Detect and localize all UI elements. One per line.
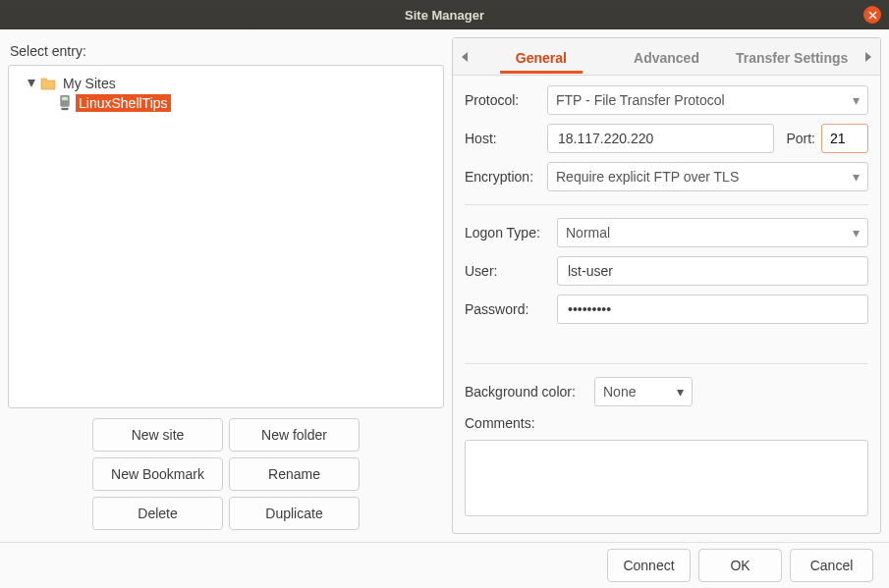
window-title: Site Manager: [405, 8, 484, 23]
password-field[interactable]: [566, 300, 860, 318]
close-icon: [868, 11, 877, 20]
cancel-button[interactable]: Cancel: [790, 549, 873, 582]
chevron-left-icon: [462, 52, 470, 62]
svg-rect-5: [62, 108, 69, 110]
comments-label: Comments:: [465, 415, 868, 431]
tree-caret[interactable]: [27, 80, 36, 87]
encryption-select[interactable]: Require explicit FTP over TLS ▾: [547, 162, 868, 191]
main-content: Select entry: My Sites LinuxShellTips Ne…: [0, 29, 889, 542]
encryption-label: Encryption:: [465, 169, 541, 185]
separator: [465, 363, 868, 364]
duplicate-button[interactable]: Duplicate: [229, 497, 360, 530]
new-site-button[interactable]: New site: [92, 418, 223, 452]
bgcolor-label: Background color:: [465, 384, 588, 400]
svg-rect-4: [62, 97, 68, 100]
svg-marker-2: [28, 80, 35, 87]
password-input[interactable]: [557, 294, 868, 324]
comments-textarea[interactable]: [465, 440, 868, 516]
logon-label: Logon Type:: [465, 225, 551, 241]
user-input[interactable]: [557, 256, 868, 286]
tree-folder-row[interactable]: My Sites: [17, 74, 435, 93]
protocol-select[interactable]: FTP - File Transfer Protocol ▾: [547, 85, 868, 115]
user-label: User:: [465, 263, 551, 279]
port-input[interactable]: [821, 124, 868, 153]
general-form: Protocol: FTP - File Transfer Protocol ▾…: [453, 76, 880, 526]
dialog-footer: Connect OK Cancel: [0, 542, 889, 588]
port-label: Port:: [780, 131, 815, 146]
right-pane: General Advanced Transfer Settings Proto…: [452, 37, 881, 534]
close-button[interactable]: [863, 6, 881, 24]
logon-value: Normal: [566, 225, 610, 241]
select-entry-label: Select entry:: [8, 37, 444, 65]
separator: [465, 204, 868, 205]
chevron-down-icon: [28, 80, 35, 87]
server-icon: [58, 96, 72, 110]
chevron-down-icon: ▾: [853, 169, 860, 185]
protocol-value: FTP - File Transfer Protocol: [556, 92, 725, 108]
tree-folder-label: My Sites: [60, 75, 119, 92]
new-folder-button[interactable]: New folder: [229, 418, 360, 452]
tree-site-row[interactable]: LinuxShellTips: [17, 93, 435, 113]
host-input[interactable]: [547, 124, 774, 153]
host-label: Host:: [465, 131, 541, 146]
site-tree[interactable]: My Sites LinuxShellTips: [8, 65, 444, 408]
chevron-down-icon: ▾: [853, 92, 860, 108]
encryption-value: Require explicit FTP over TLS: [556, 169, 739, 185]
password-row: Password:: [465, 294, 868, 324]
left-pane: Select entry: My Sites LinuxShellTips Ne…: [8, 37, 444, 534]
connect-button[interactable]: Connect: [607, 549, 691, 582]
tab-transfer-settings[interactable]: Transfer Settings: [729, 41, 855, 73]
protocol-row: Protocol: FTP - File Transfer Protocol ▾: [465, 85, 868, 115]
tab-general[interactable]: General: [478, 41, 604, 73]
rename-button[interactable]: Rename: [229, 457, 360, 491]
ok-button[interactable]: OK: [698, 549, 782, 582]
site-buttons: New site New folder New Bookmark Rename …: [8, 408, 444, 534]
folder-icon: [40, 77, 56, 90]
spacer: [465, 333, 868, 350]
tab-scroll-left[interactable]: [453, 52, 478, 62]
delete-button[interactable]: Delete: [92, 497, 223, 530]
titlebar: Site Manager: [0, 0, 889, 29]
port-field[interactable]: [828, 130, 861, 147]
chevron-right-icon: [863, 52, 871, 62]
bgcolor-select[interactable]: None ▾: [594, 377, 693, 406]
user-row: User:: [465, 256, 868, 286]
logon-row: Logon Type: Normal ▾: [465, 218, 868, 247]
bgcolor-row: Background color: None ▾: [465, 377, 868, 406]
chevron-down-icon: ▾: [853, 225, 860, 241]
tab-scroll-right[interactable]: [855, 52, 880, 62]
svg-marker-7: [865, 52, 871, 62]
user-field[interactable]: [566, 262, 860, 280]
password-label: Password:: [465, 301, 551, 317]
host-row: Host: Port:: [465, 124, 868, 153]
bgcolor-value: None: [603, 384, 636, 400]
svg-marker-6: [462, 52, 468, 62]
logon-select[interactable]: Normal ▾: [557, 218, 868, 247]
host-field[interactable]: [556, 130, 765, 147]
encryption-row: Encryption: Require explicit FTP over TL…: [465, 162, 868, 191]
chevron-down-icon: ▾: [677, 384, 684, 400]
tab-bar: General Advanced Transfer Settings: [453, 38, 880, 76]
tab-advanced[interactable]: Advanced: [604, 41, 730, 73]
protocol-label: Protocol:: [465, 92, 541, 108]
new-bookmark-button[interactable]: New Bookmark: [92, 457, 223, 491]
tree-site-label: LinuxShellTips: [76, 94, 171, 112]
